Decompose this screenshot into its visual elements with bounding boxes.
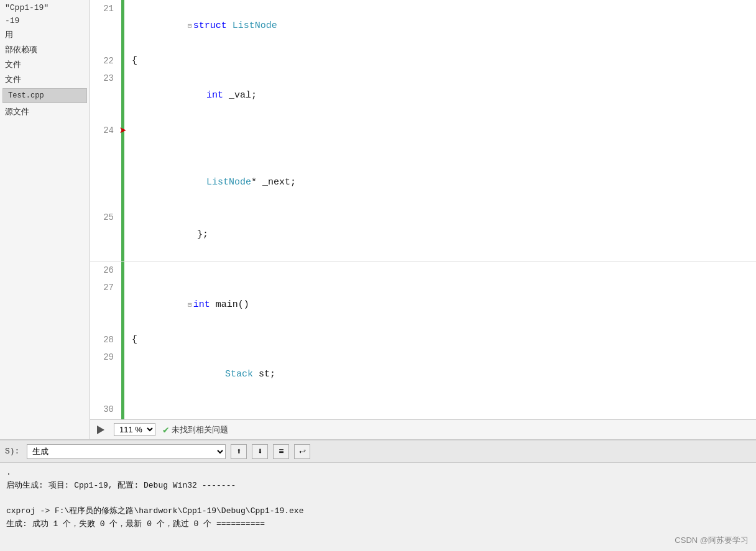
code-line-24: 24 ➤ ListNode* _next; [90,122,756,209]
output-label: S): [5,447,19,456]
csdn-watermark: CSDN @阿苏要学习 [675,535,749,546]
code-line-25: 25 }; [90,209,756,262]
red-arrow: ➤ [119,123,127,140]
status-text: 未找到相关问题 [172,424,228,435]
collapse-27[interactable]: ⊟ [188,301,192,309]
output-text: . 启动生成: 项目: Cpp1-19, 配置: Debug Win32 ---… [0,463,756,551]
sidebar-item-file2[interactable]: 文件 [0,72,90,87]
sidebar-item-num[interactable]: -19 [0,14,90,27]
output-dropdown[interactable]: 生成 [27,444,226,459]
code-area: 21 ⊟struct ListNode 22 { 23 int _val; [90,0,756,439]
status-ok: ✔ 未找到相关问题 [163,424,228,436]
code-line-28: 28 { [90,331,756,348]
code-line-27: 27 ⊟int main() [90,279,756,331]
sidebar-item-file1[interactable]: 文件 [0,57,90,72]
main-content: "Cpp1-19" -19 用 部依赖项 文件 文件 Test.cpp 源文件 … [0,0,756,439]
output-line-5: 生成: 成功 1 个，失败 0 个，最新 0 个，跳过 0 个 ========… [6,518,750,531]
output-panel: S): 生成 ⬆ ⬇ ≡ ⮐ . 启动生成: 项目: Cpp1-19, 配置: … [0,439,756,551]
check-icon: ✔ [163,424,169,436]
code-line-30: 30 //使用.访问 [90,401,756,419]
toolbar-btn-sort[interactable]: ≡ [273,444,289,459]
code-line-22: 22 { [90,52,756,70]
status-bar: 111 % ✔ 未找到相关问题 [90,419,756,439]
output-toolbar: S): 生成 ⬆ ⬇ ≡ ⮐ [0,440,756,463]
green-bar-26 [121,262,124,279]
code-line-29: 29 Stack st; [90,348,756,401]
sidebar-item-dep[interactable]: 部依赖项 [0,42,90,57]
zoom-select[interactable]: 111 % [114,423,155,436]
svg-marker-0 [97,426,104,434]
toolbar-btn-up[interactable]: ⬆ [231,444,247,459]
sidebar-item-source[interactable]: 源文件 [0,104,90,119]
output-line-4: cxproj -> F:\程序员的修炼之路\hardwork\Cpp1-19\D… [6,505,750,518]
output-line-2: 启动生成: 项目: Cpp1-19, 配置: Debug Win32 -----… [6,480,750,493]
output-line-3 [6,493,750,506]
code-line-23: 23 int _val; [90,70,756,122]
play-button[interactable] [95,424,106,435]
sidebar-item-project[interactable]: "Cpp1-19" [0,1,90,14]
sidebar: "Cpp1-19" -19 用 部依赖项 文件 文件 Test.cpp 源文件 [0,0,90,439]
output-line-1: . [6,467,750,480]
sidebar-item-testcpp[interactable]: Test.cpp [2,88,87,103]
code-content[interactable]: 21 ⊟struct ListNode 22 { 23 int _val; [90,0,756,419]
toolbar-btn-down[interactable]: ⬇ [252,444,268,459]
collapse-21[interactable]: ⊟ [188,22,192,30]
code-line-21: 21 ⊟struct ListNode [90,0,756,52]
sidebar-item-use[interactable]: 用 [0,27,90,42]
code-line-26: 26 [90,262,756,279]
toolbar-btn-wrap[interactable]: ⮐ [294,444,310,459]
